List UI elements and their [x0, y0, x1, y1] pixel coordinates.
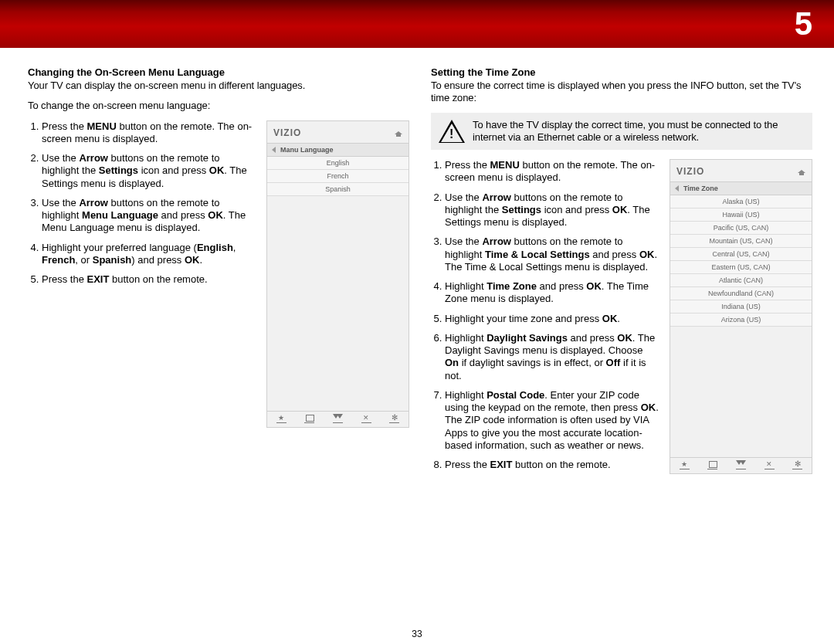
- step-item: Highlight your preferred language (Engli…: [42, 242, 256, 267]
- warning-icon: !: [439, 120, 465, 143]
- tv-menu-item: Central (US, CAN): [670, 248, 812, 261]
- right-intro: To ensure the correct time is displayed …: [431, 80, 812, 105]
- tv-menu-item: English: [267, 157, 409, 170]
- left-steps-list: Press the MENU button on the remote. The…: [28, 120, 256, 428]
- left-column: Changing the On-Screen Menu Language You…: [28, 66, 409, 478]
- step-item: Press the MENU button on the remote. The…: [445, 159, 659, 185]
- home-icon: [395, 129, 402, 137]
- tv-mock-timezone: VIZIO Time Zone Alaska (US)Hawaii (US)Pa…: [670, 159, 812, 474]
- tv-items: EnglishFrenchSpanish: [267, 157, 409, 411]
- tv-menu-item: Alaska (US): [670, 195, 812, 208]
- step-item: Highlight Time Zone and press OK. The Ti…: [445, 280, 659, 306]
- right-heading: Setting the Time Zone: [431, 66, 812, 78]
- tv-menu-item: Newfoundland (CAN): [670, 287, 812, 300]
- tv-menu-title-row: Time Zone: [670, 181, 812, 195]
- step-item: Highlight Postal Code. Enter your ZIP co…: [445, 389, 659, 452]
- tv-menu-item: Arizona (US): [670, 314, 812, 327]
- back-icon: [675, 185, 679, 192]
- tv-logo: VIZIO: [676, 166, 704, 177]
- content-columns: Changing the On-Screen Menu Language You…: [0, 48, 834, 478]
- tv-menu-item: Spanish: [267, 183, 409, 196]
- tv-menu-title: Time Zone: [683, 185, 718, 192]
- right-steps-with-tv: Press the MENU button on the remote. The…: [431, 159, 812, 478]
- warning-box: ! To have the TV display the correct tim…: [431, 113, 812, 151]
- tv-menu-item: Hawaii (US): [670, 208, 812, 222]
- tv-menu-item: Mountain (US, CAN): [670, 235, 812, 248]
- tv-logo: VIZIO: [273, 127, 301, 138]
- step-item: Press the EXIT button on the remote.: [42, 273, 256, 286]
- home-icon: [798, 168, 805, 175]
- tv-footer-icons: [670, 457, 812, 473]
- step-item: Highlight Daylight Savings and press OK.…: [445, 332, 659, 382]
- step-item: Press the MENU button on the remote. The…: [42, 120, 256, 146]
- tv-menu-item: Indiana (US): [670, 300, 812, 314]
- cc-icon: [707, 462, 717, 469]
- tv-header: VIZIO: [670, 160, 812, 181]
- page-number: 33: [0, 629, 834, 639]
- step-item: Press the EXIT button on the remote.: [445, 459, 659, 471]
- left-intro-2: To change the on-screen menu language:: [28, 100, 409, 112]
- tv-mock-language: VIZIO Manu Language EnglishFrenchSpanish: [266, 120, 409, 428]
- step-item: Use the Arrow buttons on the remote to h…: [42, 152, 256, 190]
- step-item: Use the Arrow buttons on the remote to h…: [445, 192, 659, 229]
- close-icon: [361, 415, 371, 423]
- tv-menu-item: French: [267, 170, 409, 183]
- right-column: Setting the Time Zone To ensure the corr…: [431, 66, 812, 478]
- cc-icon: [304, 415, 314, 423]
- via-icon: [333, 415, 343, 423]
- tv-menu-title-row: Manu Language: [267, 143, 409, 157]
- tv-menu-title: Manu Language: [280, 146, 334, 154]
- left-heading: Changing the On-Screen Menu Language: [28, 66, 409, 78]
- right-steps-list: Press the MENU button on the remote. The…: [431, 159, 659, 478]
- tv-footer-icons: [267, 411, 409, 427]
- chapter-header: 5: [0, 0, 834, 48]
- step-item: Use the Arrow buttons on the remote to h…: [42, 197, 256, 235]
- step-item: Highlight your time zone and press OK.: [445, 313, 659, 325]
- tv-menu-item: Pacific (US, CAN): [670, 222, 812, 235]
- tv-menu-item: Atlantic (CAN): [670, 274, 812, 287]
- gear-icon: [389, 415, 399, 423]
- step-item: Use the Arrow buttons on the remote to h…: [445, 236, 659, 273]
- tv-menu-item: Eastern (US, CAN): [670, 261, 812, 274]
- back-icon: [272, 147, 276, 153]
- left-steps-with-tv: Press the MENU button on the remote. The…: [28, 120, 409, 428]
- left-intro-1: Your TV can display the on-screen menu i…: [28, 80, 409, 92]
- star-icon: [680, 462, 690, 469]
- tv-header: VIZIO: [267, 121, 409, 143]
- close-icon: [764, 462, 775, 469]
- chapter-number: 5: [795, 5, 812, 42]
- via-icon: [736, 462, 746, 469]
- gear-icon: [792, 462, 802, 469]
- tv-items: Alaska (US)Hawaii (US)Pacific (US, CAN)M…: [670, 195, 812, 457]
- star-icon: [276, 415, 286, 423]
- warning-text: To have the TV display the correct time,…: [473, 119, 805, 144]
